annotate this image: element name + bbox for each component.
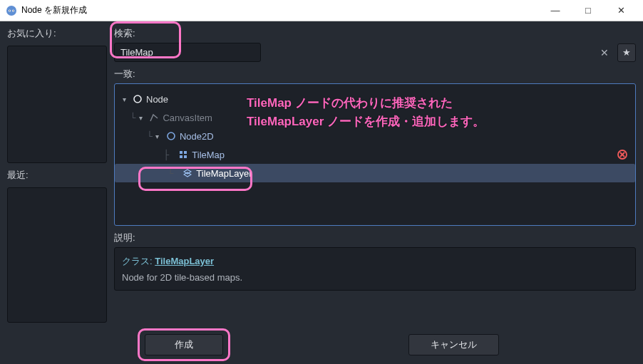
svg-rect-7: [180, 151, 182, 154]
recent-panel[interactable]: [7, 187, 107, 323]
chevron-down-icon[interactable]: ▾: [119, 95, 129, 103]
tree-item-canvasitem[interactable]: └ ▾ CanvasItem: [119, 108, 631, 127]
tree-item-label: TileMapLayer: [196, 168, 252, 179]
matches-tree[interactable]: ▾ Node └ ▾ CanvasItem └ ▾: [114, 83, 636, 226]
tree-item-tilemap[interactable]: ├ TileMap: [119, 145, 631, 164]
tree-item-label: Node: [146, 94, 168, 105]
window-close-button[interactable]: ✕: [605, 0, 637, 21]
window-maximize-button[interactable]: □: [572, 0, 605, 21]
favorites-label: お気に入り:: [7, 27, 107, 40]
canvasitem-icon: [148, 113, 160, 122]
tree-item-label: CanvasItem: [163, 113, 212, 123]
node-icon: [132, 95, 143, 103]
svg-point-5: [134, 95, 141, 103]
class-heading: クラス: TileMapLayer: [122, 255, 628, 268]
description-panel: クラス: TileMapLayer Node for 2D tile-based…: [114, 247, 636, 291]
tilemap-icon: [178, 150, 189, 159]
svg-point-6: [168, 132, 175, 140]
favorites-panel[interactable]: [7, 46, 107, 163]
class-link[interactable]: TileMapLayer: [155, 256, 214, 266]
svg-point-0: [6, 6, 16, 16]
window-minimize-button[interactable]: —: [539, 0, 572, 21]
window-titlebar: Node を新規作成 — □ ✕: [0, 0, 643, 21]
deprecated-warning-icon: [617, 149, 628, 160]
favorite-toggle-button[interactable]: ★: [617, 43, 636, 62]
node2d-icon: [165, 132, 177, 140]
chevron-down-icon[interactable]: ▾: [135, 114, 145, 122]
godot-icon: [6, 5, 17, 16]
search-input[interactable]: [114, 43, 261, 62]
tilemaplayer-icon: [182, 169, 193, 177]
tree-item-node[interactable]: ▾ Node: [119, 90, 631, 108]
svg-rect-10: [184, 155, 187, 158]
cancel-button[interactable]: キャンセル: [408, 334, 499, 355]
tree-item-label: Node2D: [180, 131, 214, 142]
svg-rect-8: [184, 151, 187, 154]
tree-item-tilemaplayer[interactable]: └ TileMapLayer: [115, 164, 635, 182]
create-button[interactable]: 作成: [145, 334, 223, 355]
star-icon: ★: [622, 47, 631, 58]
recent-label: 最近:: [7, 169, 107, 182]
svg-rect-9: [180, 155, 182, 158]
clear-search-icon[interactable]: ✕: [600, 47, 609, 58]
matches-label: 一致:: [114, 68, 636, 80]
tree-item-label: TileMap: [192, 150, 225, 160]
tree-item-node2d[interactable]: └ ▾ Node2D: [119, 127, 631, 145]
svg-point-4: [13, 10, 14, 11]
svg-point-3: [9, 10, 10, 11]
chevron-down-icon[interactable]: ▾: [153, 132, 163, 140]
left-sidebar: お気に入り: 最近:: [7, 27, 107, 323]
description-body: Node for 2D tile-based maps.: [122, 272, 628, 283]
search-label: 検索:: [114, 27, 636, 40]
description-label: 説明:: [114, 232, 636, 244]
window-title: Node を新規作成: [21, 4, 539, 16]
